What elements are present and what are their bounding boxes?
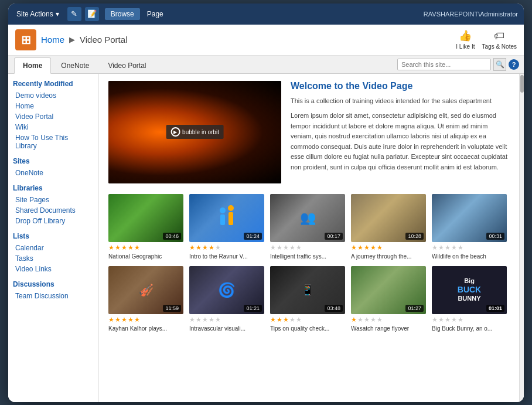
sidebar-item-drop-off[interactable]: Drop Off Library (13, 216, 94, 226)
play-icon: ▶ (170, 127, 180, 137)
video-duration-journey: 10:28 (405, 233, 424, 240)
video-title-traffic: Intelligent traffic sys... (270, 253, 345, 260)
video-duration-intravas: 01:21 (244, 305, 262, 312)
star1: ★ (189, 244, 195, 251)
star1: ★ (108, 244, 114, 251)
video-stars-ravnur: ★★★★★ (189, 244, 264, 251)
sidebar: Recently Modified Demo videos Home Video… (8, 74, 99, 402)
star2: ★ (277, 244, 282, 251)
sidebar-item-calendar[interactable]: Calendar (13, 243, 94, 253)
star1: ★ (189, 316, 195, 324)
top-right-actions: 👍 I Like It 🏷 Tags & Notes (456, 29, 517, 50)
star4: ★ (370, 244, 376, 251)
video-card-tips[interactable]: 📱 03:48 ★★★★★ Tips on quality check... (270, 266, 345, 332)
tags-notes-button[interactable]: 🏷 Tags & Notes (482, 30, 517, 50)
lists-title: Lists (13, 232, 94, 240)
search-input[interactable] (397, 59, 491, 70)
sidebar-item-how-to-use[interactable]: How To Use This Library (13, 132, 94, 151)
star4: ★ (289, 316, 295, 324)
video-card-wasatch[interactable]: 01:27 ★★★★★ Wasatch range flyover (351, 266, 426, 332)
video-card-natgeo[interactable]: 00:46 ★★★★★ National Geographic (108, 194, 183, 260)
pencil-icon[interactable]: 📝 (85, 7, 99, 21)
user-name[interactable]: RAVSHAREPOINT\Administrator (424, 11, 518, 18)
top-bar: Site Actions ▾ ✎ 📝 Browse Page RAVSHAREP… (8, 4, 524, 25)
sidebar-item-demo-videos[interactable]: Demo videos (13, 90, 94, 101)
video-title-journey: A journey through the... (351, 253, 426, 260)
video-duration-tips: 03:48 (325, 305, 343, 312)
tags-notes-label: Tags & Notes (482, 43, 517, 50)
star2: ★ (357, 316, 363, 324)
discussions-title: Discussions (13, 280, 94, 288)
search-button[interactable]: 🔍 (493, 58, 506, 71)
video-duration-bigbuck: 01:01 (486, 305, 504, 312)
video-card-kayhan[interactable]: 🎻 11:59 ★★★★★ Kayhan Kalhor plays... (108, 266, 183, 332)
browse-tab[interactable]: Browse (105, 8, 140, 20)
star1: ★ (351, 244, 357, 251)
welcome-title: Welcome to the Video Page (291, 81, 510, 91)
scrollbar-thumb[interactable] (520, 75, 524, 93)
sidebar-item-home[interactable]: Home (13, 101, 94, 111)
video-title-bigbuck: Big Buck Bunny, an o... (432, 325, 507, 332)
tag-icon: 🏷 (494, 30, 504, 42)
top-bar-left: Site Actions ▾ ✎ 📝 Browse Page (14, 7, 169, 21)
star5: ★ (134, 244, 140, 251)
bigbuck-text: Big BUCK BUNNY (458, 277, 481, 302)
breadcrumb-home[interactable]: Home (41, 35, 64, 45)
sidebar-item-site-pages[interactable]: Site Pages (13, 195, 94, 205)
star3: ★ (445, 316, 451, 324)
video-thumb-kayhan: 🎻 11:59 (108, 266, 183, 314)
video-title-intravas: Intravascular visuali... (189, 325, 264, 332)
like-it-button[interactable]: 👍 I Like It (456, 29, 475, 50)
sidebar-item-video-portal[interactable]: Video Portal (13, 111, 94, 122)
sidebar-item-shared-docs[interactable]: Shared Documents (13, 205, 94, 216)
star3: ★ (202, 316, 208, 324)
top-bar-nav: Browse Page (105, 8, 169, 20)
star1: ★ (351, 316, 357, 324)
video-title-wasatch: Wasatch range flyover (351, 325, 426, 332)
tab-onenote[interactable]: OneNote (52, 57, 98, 73)
star3: ★ (202, 244, 208, 251)
star4: ★ (451, 316, 457, 324)
video-card-intravas[interactable]: 🌀 01:21 ★★★★★ Intravascular visuali... (189, 266, 264, 332)
help-button[interactable]: ? (509, 59, 519, 70)
content-area: ▶ bubble in orbit Welcome to the Video P… (99, 74, 519, 402)
video-stars-bigbuck: ★★★★★ (432, 316, 507, 324)
sidebar-item-team-discussion[interactable]: Team Discussion (13, 291, 94, 301)
scrollbar[interactable] (519, 74, 524, 402)
top-bar-icons: ✎ 📝 (67, 7, 99, 21)
tab-video-portal[interactable]: Video Portal (99, 57, 155, 73)
video-stars-tips: ★★★★★ (270, 316, 345, 324)
site-actions-chevron: ▾ (56, 10, 59, 18)
tab-home[interactable]: Home (14, 57, 51, 74)
main-video-overlay: ▶ bubble in orbit (166, 125, 224, 139)
recently-modified-title: Recently Modified (13, 80, 94, 88)
video-card-traffic[interactable]: 👥 00:17 ★★★★★ Intelligent traffic sys... (270, 194, 345, 260)
video-card-ravnur[interactable]: 01:24 ★★★★★ Intro to the Ravnur V... (189, 194, 264, 260)
video-thumb-bigbuck: Big BUCK BUNNY 01:01 (432, 266, 507, 314)
star4: ★ (289, 244, 295, 251)
main-video[interactable]: ▶ bubble in orbit (108, 81, 281, 183)
video-card-journey[interactable]: 10:28 ★★★★★ A journey through the... (351, 194, 426, 260)
video-grid-row1: 00:46 ★★★★★ National Geographic 01:24 (108, 194, 510, 260)
sidebar-item-tasks[interactable]: Tasks (13, 253, 94, 264)
main-video-overlay-text: bubble in orbit (182, 129, 219, 135)
site-actions-button[interactable]: Site Actions ▾ (14, 9, 62, 19)
star5: ★ (134, 316, 140, 324)
libraries-title: Libraries (13, 184, 94, 192)
star5: ★ (296, 244, 302, 251)
sidebar-item-wiki[interactable]: Wiki (13, 122, 94, 132)
welcome-body: Lorem ipsum dolor sit amet, consectetur … (291, 111, 510, 173)
video-duration-traffic: 00:17 (325, 233, 343, 240)
sidebar-item-video-links[interactable]: Video Links (13, 264, 94, 274)
star1: ★ (432, 316, 438, 324)
breadcrumb-bar: ⊞ Home ▶ Video Portal 👍 I Like It 🏷 Tags… (8, 25, 524, 56)
edit-icon[interactable]: ✎ (67, 7, 81, 21)
video-stars-natgeo: ★★★★★ (108, 244, 183, 251)
sidebar-item-onenote[interactable]: OneNote (13, 168, 94, 178)
thumbs-up-icon: 👍 (459, 29, 472, 42)
site-actions-label: Site Actions (16, 10, 53, 18)
page-tab[interactable]: Page (141, 8, 169, 20)
video-card-bigbuck[interactable]: Big BUCK BUNNY 01:01 ★★★★★ Big Buck Bunn… (432, 266, 507, 332)
star1: ★ (270, 244, 276, 251)
video-card-wildlife[interactable]: 00:31 ★★★★★ Wildlife on the beach (432, 194, 507, 260)
